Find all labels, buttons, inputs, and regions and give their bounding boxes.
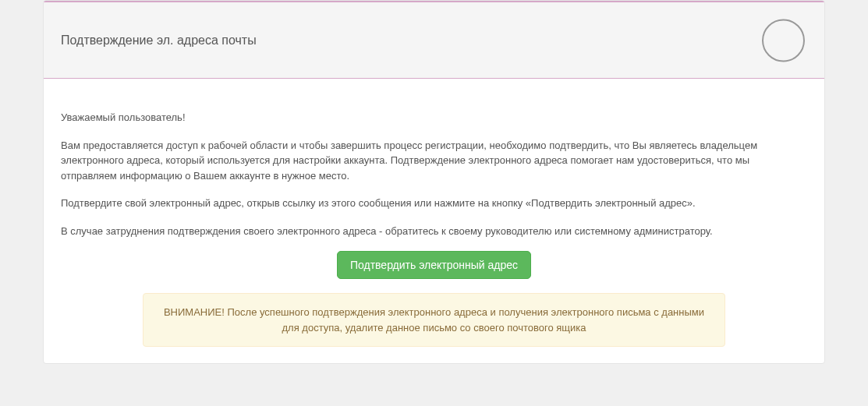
greeting-text: Уважаемый пользователь! (61, 110, 807, 125)
confirmation-card: Подтверждение эл. адреса почты Уважаемый… (43, 0, 825, 364)
avatar-circle-icon (762, 19, 805, 62)
paragraph-3: В случае затруднения подтверждения своег… (61, 224, 807, 239)
card-title: Подтверждение эл. адреса почты (61, 34, 257, 48)
card-header: Подтверждение эл. адреса почты (44, 1, 824, 79)
card-body: Уважаемый пользователь! Вам предоставляе… (44, 79, 824, 364)
button-row: Подтвердить электронный адрес (61, 251, 807, 279)
paragraph-1: Вам предоставляется доступ к рабочей обл… (61, 138, 807, 184)
warning-alert: ВНИМАНИЕ! После успешного подтверждения … (143, 293, 725, 347)
confirm-email-button[interactable]: Подтвердить электронный адрес (337, 251, 531, 279)
paragraph-2: Подтвердите свой электронный адрес, откр… (61, 196, 807, 211)
